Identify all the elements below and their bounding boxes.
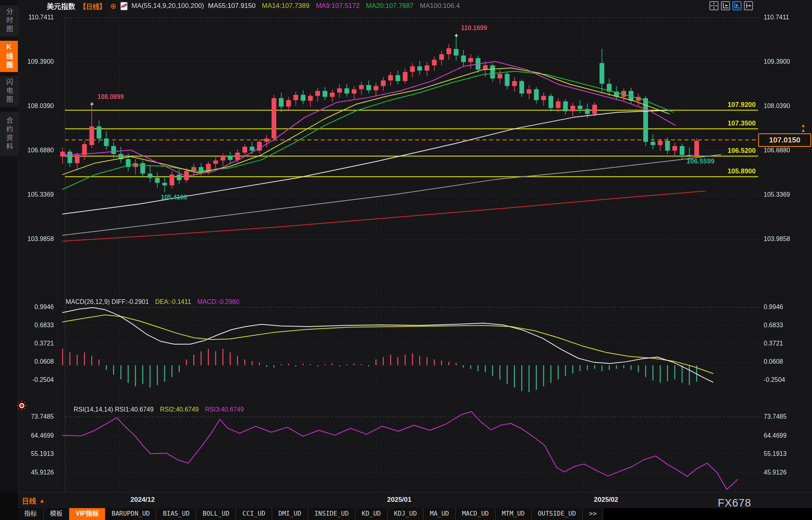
ma-value-4: MA100:106.4	[420, 2, 460, 10]
circle-plus-icon[interactable]: ⊕	[110, 2, 116, 10]
page-title: 美元指数	[47, 1, 75, 11]
triangle-up-icon: ▲	[39, 497, 45, 504]
axis-label-main-right: 103.9858	[764, 235, 790, 243]
sidebar-item-label: 合约资料	[4, 117, 14, 152]
sidebar-item-1[interactable]: K线图	[0, 41, 18, 72]
rsi-header: RSI(14,14,14) RSI1:40.6749RSI2:40.6749RS…	[74, 406, 244, 413]
tab-CCIUD[interactable]: CCI_UD	[236, 508, 272, 520]
price-up-arrow-icon: ▲	[801, 128, 806, 132]
annotation-marker: +	[454, 32, 458, 39]
annotation-marker: +	[90, 101, 93, 108]
tab-BIASUD[interactable]: BIAS_UD	[156, 508, 196, 520]
timeframe-selector[interactable]: 日线 ▲	[22, 495, 45, 506]
axis-label-rsi-right: 73.7485	[764, 413, 787, 420]
sidebar-item-label: K线图	[4, 43, 14, 70]
tab-more[interactable]: >>	[583, 508, 603, 520]
indicator-header-part: MACD(26,12,9) DIFF:-0.2901	[66, 298, 149, 306]
price-up-arrow-icon: ▲	[801, 123, 806, 127]
trading-app: 分时图K线图闪电图合约资料 美元指数 【日线】 ⊕ MA(55,14,9,20,…	[0, 0, 812, 520]
annotation-label: 110.1699	[461, 25, 487, 32]
axis-label-macd-right: 0.3721	[764, 340, 783, 347]
axis-label-main-right: 106.6880	[764, 147, 790, 154]
indicator-header-part: RSI3:40.6749	[205, 406, 244, 413]
indicator-tabbar: 指标模板VIP指标BARUPDN_UDBIAS_UDBOLL_UDCCI_UDD…	[18, 508, 812, 520]
axis-label-rsi-right: 45.9126	[764, 469, 787, 476]
sidebar-item-label: 闪电图	[4, 78, 14, 104]
chart-canvas[interactable]	[0, 0, 812, 520]
tab-BARUPDNUD[interactable]: BARUPDN_UD	[105, 508, 156, 520]
date-label: 2024/12	[130, 496, 154, 504]
axis-label-main-right: 105.3369	[764, 191, 790, 198]
tab-more[interactable]: 模板	[44, 508, 69, 520]
tab-MACDUD[interactable]: MACD_UD	[456, 508, 495, 520]
price-line-label: 105.8900	[728, 167, 756, 175]
indicator-header-part: DEA:-0.1411	[155, 298, 191, 306]
axis-label-macd-right: -0.2504	[764, 376, 785, 383]
ma-params-label: MA(55,14,9,20,100,200)	[132, 2, 204, 10]
price-line-label: 106.5200	[728, 147, 756, 155]
price-line-label: 107.9200	[728, 101, 756, 109]
axis-label-macd-right: 0.6833	[764, 322, 783, 329]
price-line-label: 107.3500	[728, 120, 756, 127]
annotation-label: 108.0899	[97, 93, 124, 101]
date-label: 2025/02	[594, 496, 618, 504]
tab-MTMUD[interactable]: MTM_UD	[496, 508, 532, 520]
mini-chart-icon[interactable]	[120, 2, 128, 10]
tab-more[interactable]: 指标	[18, 508, 44, 520]
indicator-header-part: RSI2:40.6749	[160, 406, 199, 413]
tab-MAUD[interactable]: MA_UD	[423, 508, 456, 520]
ma-value-2: MA9:107.5172	[316, 2, 360, 10]
ma-value-3: MA20:107.7687	[366, 2, 414, 10]
date-label: 2025/01	[387, 496, 411, 504]
crosshair-icon[interactable]	[709, 1, 719, 10]
axis-scale-left-icon[interactable]	[721, 1, 730, 10]
axis-label-main-right: 110.7411	[764, 14, 789, 21]
tab-DMIUD[interactable]: DMI_UD	[272, 508, 308, 520]
sidebar-item-3[interactable]: 合约资料	[0, 112, 18, 156]
bottom-left-corner	[0, 492, 18, 520]
record-target-icon[interactable]	[16, 400, 28, 413]
indicator-header-part: RSI(14,14,14) RSI1:40.6749	[74, 406, 154, 413]
chart-toolbar	[709, 1, 753, 10]
axis-label-main-right: 108.0390	[764, 102, 790, 110]
axis-label-macd-right: 0.0608	[764, 358, 783, 365]
current-price-tag: 107.0150	[758, 133, 811, 147]
ma100-value-tag: 106.5599	[686, 158, 715, 165]
axis-label-macd-right: 0.9946	[764, 304, 783, 311]
axis-label-rsi-right: 55.1913	[764, 450, 787, 457]
timeframe-label: 日线	[22, 495, 36, 506]
annotation-label: 105.4100	[161, 194, 187, 201]
tab-OUTSIDEUD[interactable]: OUTSIDE_UD	[532, 508, 583, 520]
tab-KDJUD[interactable]: KDJ_UD	[388, 508, 424, 520]
sidebar-item-0[interactable]: 分时图	[0, 6, 18, 36]
axis-shift-right-icon[interactable]	[744, 1, 753, 10]
ma-value-1: MA14:107.7389	[262, 2, 309, 10]
tab-KDUD[interactable]: KD_UD	[355, 508, 387, 520]
sidebar: 分时图K线图闪电图合约资料	[0, 0, 18, 492]
tab-INSIDEUD[interactable]: INSIDE_UD	[308, 508, 356, 520]
timeframe-badge[interactable]: 【日线】	[79, 1, 106, 11]
axis-scale-play-icon[interactable]	[732, 1, 741, 10]
sidebar-item-label: 分时图	[4, 8, 14, 34]
chart-header: 美元指数 【日线】 ⊕ MA(55,14,9,20,100,200) MA55:…	[47, 1, 460, 11]
ma-value-0: MA55:107.9150	[208, 2, 255, 10]
date-axis: 2024/122025/012025/02	[18, 492, 812, 509]
ma-values: MA55:107.9150MA14:107.7389MA9:107.5172MA…	[208, 2, 460, 10]
tab-VIP[interactable]: VIP指标	[69, 508, 105, 520]
macd-header: MACD(26,12,9) DIFF:-0.2901DEA:-0.1411MAC…	[66, 298, 239, 306]
indicator-header-part: MACD:-0.2980	[197, 298, 239, 306]
tab-BOLLUD[interactable]: BOLL_UD	[196, 508, 236, 520]
axis-label-rsi-right: 64.4699	[764, 432, 787, 439]
current-price-value: 107.0150	[769, 136, 800, 144]
sidebar-item-2[interactable]: 闪电图	[0, 76, 18, 107]
axis-label-main-right: 109.3900	[764, 58, 790, 65]
